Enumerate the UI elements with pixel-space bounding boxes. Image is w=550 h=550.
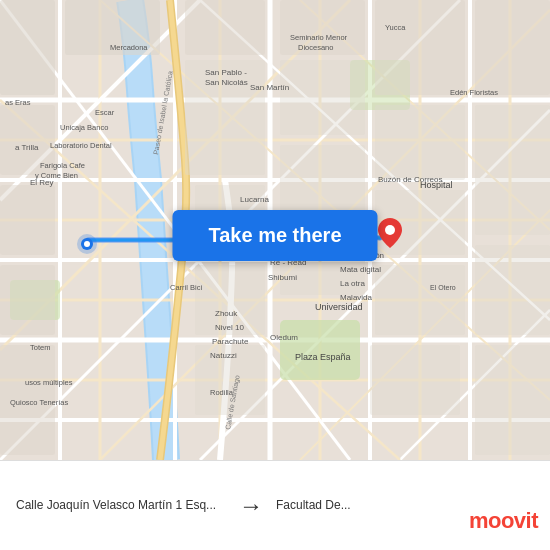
svg-text:Nivel 10: Nivel 10 [215, 323, 244, 332]
svg-text:San Pablo -: San Pablo - [205, 68, 247, 77]
destination-label: Facultad De... [276, 498, 436, 514]
svg-text:Oledum: Oledum [270, 333, 298, 342]
svg-rect-39 [375, 0, 465, 95]
svg-text:San Martín: San Martín [250, 83, 289, 92]
svg-text:Farigola Cafe: Farigola Cafe [40, 161, 85, 170]
svg-rect-45 [280, 145, 365, 215]
svg-point-105 [84, 241, 90, 247]
map-container: Valladolid Universidad Plaza España Hosp… [0, 0, 550, 460]
svg-rect-43 [0, 185, 55, 255]
svg-text:Seminario Menor: Seminario Menor [290, 33, 348, 42]
svg-text:Carril Bici: Carril Bici [170, 283, 202, 292]
svg-text:Zhouk: Zhouk [215, 309, 238, 318]
svg-text:as Eras: as Eras [5, 98, 31, 107]
svg-text:Yucca: Yucca [385, 23, 406, 32]
svg-rect-58 [475, 345, 550, 455]
svg-text:Parachute: Parachute [212, 337, 249, 346]
svg-text:Laboratorio Dental: Laboratorio Dental [50, 141, 112, 150]
svg-text:Escar: Escar [95, 108, 115, 117]
svg-rect-35 [0, 0, 55, 95]
destination-section: Facultad De... [276, 498, 436, 514]
svg-text:San Nicolás: San Nicolás [205, 78, 248, 87]
svg-text:La otra: La otra [340, 279, 365, 288]
svg-text:Diocesano: Diocesano [298, 43, 333, 52]
svg-text:y Come Bien: y Come Bien [35, 171, 78, 180]
arrow-right-icon: → [239, 492, 263, 520]
svg-text:Shibumi: Shibumi [268, 273, 297, 282]
svg-rect-53 [475, 245, 550, 335]
svg-text:Mata digital: Mata digital [340, 265, 381, 274]
origin-section: Calle Joaquín Velasco Martín 1 Esq... [16, 498, 226, 514]
svg-text:Malavida: Malavida [340, 293, 373, 302]
svg-text:usos múltiples: usos múltiples [25, 378, 73, 387]
bottom-bar: Calle Joaquín Velasco Martín 1 Esq... → … [0, 460, 550, 550]
svg-text:El Otero: El Otero [430, 284, 456, 291]
arrow-section: → [226, 492, 276, 520]
svg-rect-46 [375, 105, 465, 180]
svg-text:Universidad: Universidad [315, 302, 363, 312]
origin-label: Calle Joaquín Velasco Martín 1 Esq... [16, 498, 226, 514]
take-me-there-button[interactable]: Take me there [172, 210, 377, 261]
svg-rect-48 [475, 105, 550, 235]
svg-text:Totem: Totem [30, 343, 50, 352]
svg-text:Mercadona: Mercadona [110, 43, 148, 52]
origin-pin [75, 232, 99, 256]
svg-point-106 [385, 225, 395, 235]
svg-text:Edén Floristas: Edén Floristas [450, 88, 498, 97]
svg-rect-54 [0, 265, 55, 335]
svg-text:Plaza España: Plaza España [295, 352, 351, 362]
moovit-brand-text: moovit [469, 508, 538, 534]
svg-text:Lucarna: Lucarna [240, 195, 269, 204]
svg-rect-37 [185, 0, 265, 55]
svg-rect-47 [475, 0, 550, 95]
svg-text:Buzón de Correos: Buzón de Correos [378, 175, 442, 184]
svg-text:a Trilla: a Trilla [15, 143, 39, 152]
svg-rect-52 [375, 265, 465, 335]
destination-pin [378, 218, 402, 242]
svg-rect-56 [370, 345, 460, 415]
moovit-logo: moovit [469, 508, 538, 534]
svg-text:Quiosco Tenerías: Quiosco Tenerías [10, 398, 68, 407]
svg-text:Unicaja Banco: Unicaja Banco [60, 123, 108, 132]
svg-rect-42 [280, 60, 365, 135]
svg-text:Natuzzi: Natuzzi [210, 351, 237, 360]
svg-rect-32 [280, 320, 360, 380]
